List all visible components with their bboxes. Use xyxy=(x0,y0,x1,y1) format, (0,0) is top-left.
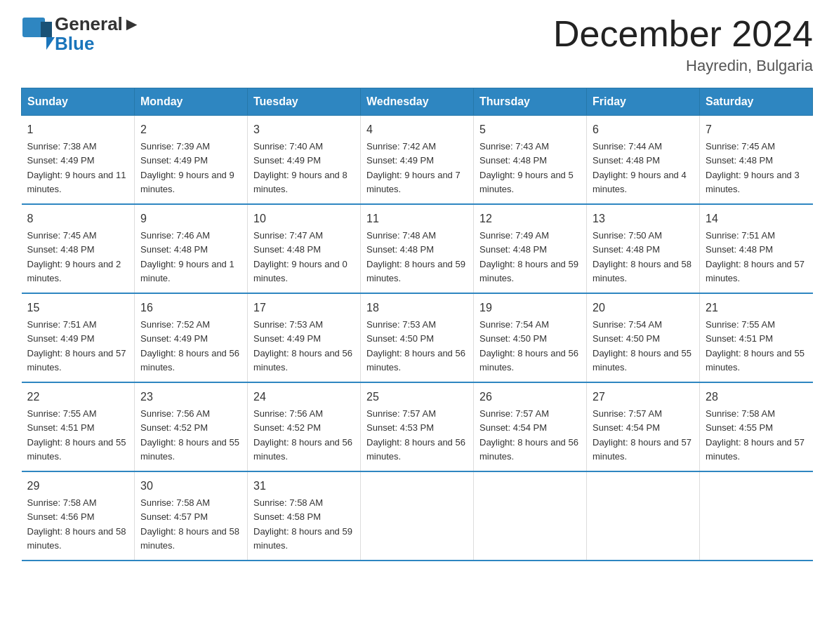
sunrise-text: Sunrise: 7:48 AM xyxy=(366,230,436,241)
day-number: 16 xyxy=(140,300,241,316)
daylight-text: Daylight: 9 hours and 3 minutes. xyxy=(706,170,800,194)
day-number: 12 xyxy=(479,210,581,227)
calendar-cell: 24 Sunrise: 7:56 AM Sunset: 4:52 PM Dayl… xyxy=(248,382,361,471)
sunset-text: Sunset: 4:55 PM xyxy=(706,422,773,433)
daylight-text: Daylight: 8 hours and 56 minutes. xyxy=(366,437,465,462)
calendar-cell: 28 Sunrise: 7:58 AM Sunset: 4:55 PM Dayl… xyxy=(700,382,813,471)
daylight-text: Daylight: 8 hours and 55 minutes. xyxy=(593,348,691,373)
day-number: 17 xyxy=(253,300,355,316)
daylight-text: Daylight: 9 hours and 4 minutes. xyxy=(593,170,687,194)
calendar-header-row: SundayMondayTuesdayWednesdayThursdayFrid… xyxy=(22,88,813,116)
calendar-cell: 22 Sunrise: 7:55 AM Sunset: 4:51 PM Dayl… xyxy=(22,382,135,471)
sunrise-text: Sunrise: 7:38 AM xyxy=(27,141,97,152)
daylight-text: Daylight: 8 hours and 58 minutes. xyxy=(593,259,691,283)
calendar-cell: 7 Sunrise: 7:45 AM Sunset: 4:48 PM Dayli… xyxy=(700,116,813,205)
sunrise-text: Sunrise: 7:40 AM xyxy=(253,141,323,152)
day-number: 10 xyxy=(253,210,355,227)
sunset-text: Sunset: 4:52 PM xyxy=(140,422,208,433)
sunrise-text: Sunrise: 7:56 AM xyxy=(253,408,323,419)
column-header-saturday: Saturday xyxy=(700,88,813,116)
calendar-cell: 31 Sunrise: 7:58 AM Sunset: 4:58 PM Dayl… xyxy=(248,471,361,561)
sunrise-text: Sunrise: 7:57 AM xyxy=(366,408,436,419)
daylight-text: Daylight: 8 hours and 57 minutes. xyxy=(593,437,691,462)
column-header-thursday: Thursday xyxy=(474,88,587,116)
day-number: 31 xyxy=(253,478,355,495)
sunset-text: Sunset: 4:51 PM xyxy=(27,422,95,433)
daylight-text: Daylight: 8 hours and 57 minutes. xyxy=(706,259,805,283)
calendar-cell: 29 Sunrise: 7:58 AM Sunset: 4:56 PM Dayl… xyxy=(22,471,135,561)
daylight-text: Daylight: 8 hours and 57 minutes. xyxy=(27,348,126,373)
day-number: 5 xyxy=(479,121,581,138)
sunrise-text: Sunrise: 7:57 AM xyxy=(479,408,549,419)
daylight-text: Daylight: 8 hours and 55 minutes. xyxy=(27,437,126,462)
daylight-text: Daylight: 8 hours and 56 minutes. xyxy=(140,348,239,373)
sunrise-text: Sunrise: 7:51 AM xyxy=(27,319,97,330)
sunset-text: Sunset: 4:54 PM xyxy=(479,422,547,433)
sunrise-text: Sunrise: 7:42 AM xyxy=(366,141,436,152)
sunset-text: Sunset: 4:50 PM xyxy=(366,333,434,344)
sunrise-text: Sunrise: 7:45 AM xyxy=(27,230,97,241)
calendar-cell: 8 Sunrise: 7:45 AM Sunset: 4:48 PM Dayli… xyxy=(22,204,135,293)
logo: General► Blue xyxy=(21,14,141,53)
location-title: Hayredin, Bulgaria xyxy=(553,57,813,75)
sunrise-text: Sunrise: 7:58 AM xyxy=(140,497,210,508)
calendar-week-row: 15 Sunrise: 7:51 AM Sunset: 4:49 PM Dayl… xyxy=(22,293,813,382)
sunset-text: Sunset: 4:48 PM xyxy=(140,244,208,255)
column-header-monday: Monday xyxy=(135,88,248,116)
calendar-cell: 1 Sunrise: 7:38 AM Sunset: 4:49 PM Dayli… xyxy=(22,116,135,205)
daylight-text: Daylight: 9 hours and 11 minutes. xyxy=(27,170,126,194)
sunset-text: Sunset: 4:49 PM xyxy=(140,333,208,344)
daylight-text: Daylight: 8 hours and 56 minutes. xyxy=(253,348,352,373)
logo-icon xyxy=(21,16,55,50)
page-header: General► Blue December 2024 Hayredin, Bu… xyxy=(21,14,813,75)
sunset-text: Sunset: 4:50 PM xyxy=(593,333,660,344)
sunset-text: Sunset: 4:57 PM xyxy=(140,511,208,522)
calendar-cell: 27 Sunrise: 7:57 AM Sunset: 4:54 PM Dayl… xyxy=(587,382,700,471)
column-header-sunday: Sunday xyxy=(22,88,135,116)
sunrise-text: Sunrise: 7:51 AM xyxy=(706,230,775,241)
column-header-tuesday: Tuesday xyxy=(248,88,361,116)
sunrise-text: Sunrise: 7:43 AM xyxy=(479,141,549,152)
calendar-cell xyxy=(587,471,700,561)
calendar-cell xyxy=(700,471,813,561)
calendar-cell: 25 Sunrise: 7:57 AM Sunset: 4:53 PM Dayl… xyxy=(361,382,474,471)
calendar-cell: 3 Sunrise: 7:40 AM Sunset: 4:49 PM Dayli… xyxy=(248,116,361,205)
sunrise-text: Sunrise: 7:58 AM xyxy=(706,408,775,419)
daylight-text: Daylight: 8 hours and 57 minutes. xyxy=(706,437,805,462)
day-number: 14 xyxy=(706,210,807,227)
sunset-text: Sunset: 4:52 PM xyxy=(253,422,321,433)
sunset-text: Sunset: 4:49 PM xyxy=(27,333,95,344)
sunrise-text: Sunrise: 7:53 AM xyxy=(253,319,323,330)
logo-blue: Blue xyxy=(55,33,94,54)
sunrise-text: Sunrise: 7:55 AM xyxy=(706,319,775,330)
calendar-cell: 20 Sunrise: 7:54 AM Sunset: 4:50 PM Dayl… xyxy=(587,293,700,382)
calendar-cell: 17 Sunrise: 7:53 AM Sunset: 4:49 PM Dayl… xyxy=(248,293,361,382)
calendar-cell xyxy=(474,471,587,561)
calendar-cell: 9 Sunrise: 7:46 AM Sunset: 4:48 PM Dayli… xyxy=(135,204,248,293)
day-number: 8 xyxy=(27,210,129,227)
calendar-cell: 23 Sunrise: 7:56 AM Sunset: 4:52 PM Dayl… xyxy=(135,382,248,471)
calendar-cell: 26 Sunrise: 7:57 AM Sunset: 4:54 PM Dayl… xyxy=(474,382,587,471)
day-number: 1 xyxy=(27,121,129,138)
day-number: 13 xyxy=(593,210,694,227)
logo-general: General xyxy=(55,13,123,34)
calendar-cell: 10 Sunrise: 7:47 AM Sunset: 4:48 PM Dayl… xyxy=(248,204,361,293)
sunrise-text: Sunrise: 7:58 AM xyxy=(253,497,323,508)
day-number: 30 xyxy=(140,478,241,495)
day-number: 24 xyxy=(253,389,355,405)
daylight-text: Daylight: 9 hours and 2 minutes. xyxy=(27,259,121,283)
day-number: 2 xyxy=(140,121,241,138)
sunset-text: Sunset: 4:48 PM xyxy=(593,244,660,255)
calendar-cell: 16 Sunrise: 7:52 AM Sunset: 4:49 PM Dayl… xyxy=(135,293,248,382)
sunset-text: Sunset: 4:49 PM xyxy=(140,155,208,166)
sunrise-text: Sunrise: 7:55 AM xyxy=(27,408,97,419)
calendar-cell: 11 Sunrise: 7:48 AM Sunset: 4:48 PM Dayl… xyxy=(361,204,474,293)
day-number: 27 xyxy=(593,389,694,405)
day-number: 22 xyxy=(27,389,129,405)
calendar-cell: 2 Sunrise: 7:39 AM Sunset: 4:49 PM Dayli… xyxy=(135,116,248,205)
sunset-text: Sunset: 4:48 PM xyxy=(366,244,434,255)
sunset-text: Sunset: 4:48 PM xyxy=(253,244,321,255)
column-header-friday: Friday xyxy=(587,88,700,116)
sunset-text: Sunset: 4:48 PM xyxy=(479,155,547,166)
calendar-cell: 12 Sunrise: 7:49 AM Sunset: 4:48 PM Dayl… xyxy=(474,204,587,293)
